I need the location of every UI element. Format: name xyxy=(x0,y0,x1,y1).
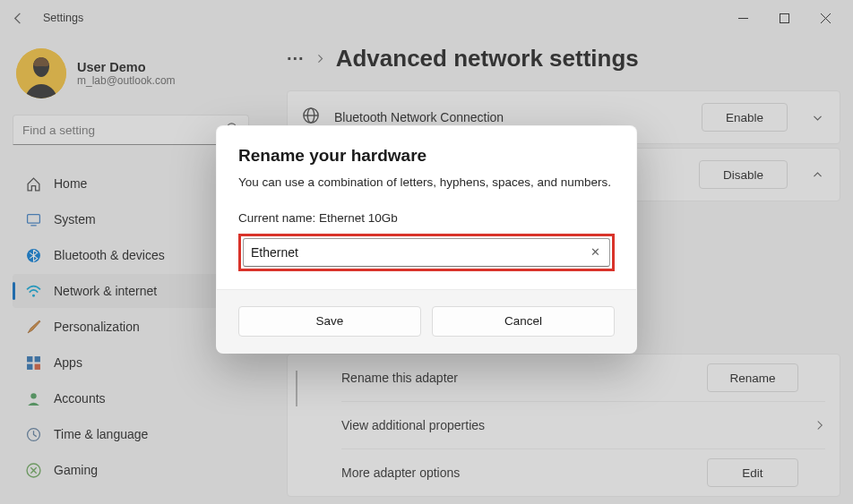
rename-input-wrap[interactable]: ✕ xyxy=(243,238,610,267)
dialog-title: Rename your hardware xyxy=(238,146,615,166)
dialog-description: You can use a combination of letters, hy… xyxy=(238,175,615,192)
cancel-button[interactable]: Cancel xyxy=(432,306,615,337)
clear-input-icon[interactable]: ✕ xyxy=(589,245,602,259)
dialog-input-highlight: ✕ xyxy=(238,234,615,271)
modal-overlay: Rename your hardware You can use a combi… xyxy=(0,0,853,504)
save-button[interactable]: Save xyxy=(238,306,421,337)
rename-dialog: Rename your hardware You can use a combi… xyxy=(216,125,637,354)
rename-input[interactable] xyxy=(251,245,589,260)
dialog-current-name: Current name: Ethernet 10Gb xyxy=(238,211,615,225)
